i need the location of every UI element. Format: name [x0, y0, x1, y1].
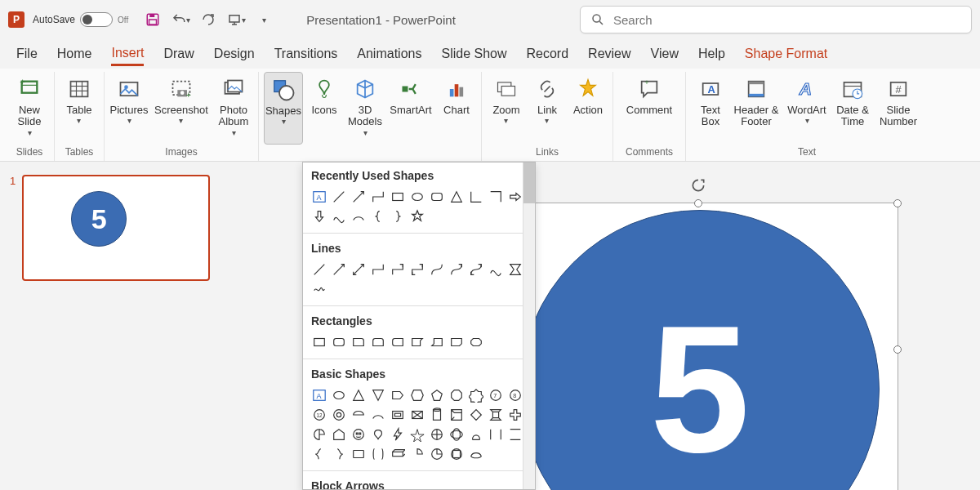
shape-connector[interactable]	[368, 187, 388, 207]
shape-r2[interactable]	[329, 332, 349, 352]
shape-flowline2[interactable]	[486, 187, 506, 207]
slide-thumbnail-1[interactable]: 5	[22, 175, 210, 281]
smartart-button[interactable]: SmartArt	[386, 72, 435, 145]
tab-file[interactable]: File	[16, 43, 38, 65]
shape-line-arrow[interactable]	[349, 187, 368, 207]
shape-basic-9[interactable]: 7	[486, 385, 506, 405]
shape-basic-12[interactable]	[329, 405, 349, 425]
tab-record[interactable]: Record	[527, 43, 569, 65]
shape-line-arrow2[interactable]	[329, 260, 349, 279]
customize-qat-button[interactable]: ▾	[254, 10, 274, 29]
shape-basic-17[interactable]	[427, 405, 447, 425]
shape-rect[interactable]	[388, 187, 408, 207]
undo-button[interactable]: ▾	[171, 10, 190, 29]
shape-basic-36[interactable]	[368, 444, 388, 464]
tab-transitions[interactable]: Transitions	[274, 43, 338, 65]
header-footer-button[interactable]: Header & Footer	[732, 72, 781, 145]
shape-curve-d[interactable]	[466, 260, 486, 279]
slide-number-button[interactable]: # Slide Number	[874, 72, 923, 145]
shape-star[interactable]	[408, 207, 427, 226]
icons-button[interactable]: Icons	[305, 72, 344, 145]
search-input[interactable]	[613, 13, 961, 27]
comment-button[interactable]: + Comment	[618, 72, 680, 145]
shape-basic-4[interactable]	[388, 385, 408, 405]
tab-animations[interactable]: Animations	[357, 43, 421, 65]
shape-basic-15[interactable]	[388, 405, 408, 425]
scrollbar-thumb[interactable]	[523, 163, 535, 203]
shape-basic-29[interactable]	[447, 425, 466, 444]
autosave-toggle[interactable]	[80, 12, 113, 27]
shape-basic-22[interactable]	[310, 425, 329, 444]
shape-r5[interactable]	[388, 332, 408, 352]
shape-basic-27[interactable]	[408, 425, 427, 444]
slide-thumbnails-pane[interactable]: 1 5	[0, 162, 229, 490]
shape-basic-6[interactable]	[427, 385, 447, 405]
shape-basic-11[interactable]: 12	[310, 405, 329, 425]
shape-basic-24[interactable]	[349, 425, 368, 444]
chart-button[interactable]: Chart	[437, 72, 476, 145]
shape-basic-7[interactable]	[447, 385, 466, 405]
shape-basic-28[interactable]	[427, 425, 447, 444]
shapes-dropdown[interactable]: Recently Used Shapes A Lines	[302, 162, 536, 490]
tab-insert[interactable]: Insert	[111, 42, 144, 66]
shape-flowline[interactable]	[466, 187, 486, 207]
shape-line-double[interactable]	[349, 260, 368, 279]
shape-basic-14[interactable]	[368, 405, 388, 425]
shape-basic-13[interactable]	[349, 405, 368, 425]
shape-oval[interactable]	[408, 187, 427, 207]
shape-triangle[interactable]	[447, 187, 466, 207]
shape-basic-0[interactable]: A	[310, 385, 329, 405]
shape-curve[interactable]	[329, 207, 349, 226]
shape-basic-25[interactable]	[368, 425, 388, 444]
resize-handle-e[interactable]	[893, 345, 902, 354]
tab-help[interactable]: Help	[698, 43, 725, 65]
shape-r4[interactable]	[368, 332, 388, 352]
date-time-button[interactable]: Date & Time	[833, 72, 872, 145]
tab-view[interactable]: View	[651, 43, 679, 65]
resize-handle-ne[interactable]	[893, 199, 902, 207]
shape-r1[interactable]	[310, 332, 329, 352]
shape-elbow-d[interactable]	[408, 260, 427, 279]
shape-basic-34[interactable]	[329, 444, 349, 464]
shape-curve2[interactable]	[427, 260, 447, 279]
shape-basic-8[interactable]	[466, 385, 486, 405]
shape-curve-arr[interactable]	[447, 260, 466, 279]
shape-basic-5[interactable]	[408, 385, 427, 405]
shapes-button[interactable]: Shapes▾	[264, 72, 303, 145]
shape-brace-r[interactable]	[388, 207, 408, 226]
shape-basic-40[interactable]	[447, 444, 466, 464]
resize-handle-n[interactable]	[694, 199, 702, 207]
tab-draw[interactable]: Draw	[163, 43, 194, 65]
shape-basic-37[interactable]	[388, 444, 408, 464]
tab-home[interactable]: Home	[57, 43, 92, 65]
link-button[interactable]: Link▾	[528, 72, 567, 145]
autosave-control[interactable]: AutoSave Off	[33, 12, 128, 27]
shape-basic-31[interactable]	[486, 425, 506, 444]
tab-slideshow[interactable]: Slide Show	[441, 43, 506, 65]
table-button[interactable]: Table▾	[60, 72, 99, 145]
shape-basic-33[interactable]	[310, 444, 329, 464]
new-slide-button[interactable]: + New Slide▾	[10, 72, 49, 145]
wordart-button[interactable]: A WordArt▾	[782, 72, 831, 145]
shape-basic-20[interactable]	[486, 405, 506, 425]
shape-textbox[interactable]: A	[310, 187, 329, 207]
shape-r7[interactable]	[427, 332, 447, 352]
shape-arc[interactable]	[349, 207, 368, 226]
shape-basic-26[interactable]	[388, 425, 408, 444]
shape-line2[interactable]	[310, 260, 329, 279]
search-box[interactable]	[580, 6, 972, 33]
shape-basic-2[interactable]	[349, 385, 368, 405]
photo-album-button[interactable]: Photo Album▾	[214, 72, 253, 145]
pictures-button[interactable]: Pictures▾	[109, 72, 149, 145]
tab-shape-format[interactable]: Shape Format	[745, 43, 827, 65]
shape-basic-41[interactable]	[466, 444, 486, 464]
shape-elbow-arr[interactable]	[388, 260, 408, 279]
redo-button[interactable]	[198, 10, 218, 29]
shape-roundrect[interactable]	[427, 187, 447, 207]
slide-shape-circle[interactable]: 5	[520, 210, 880, 490]
shape-r8[interactable]	[447, 332, 466, 352]
save-button[interactable]	[143, 10, 163, 29]
3d-models-button[interactable]: 3D Models▾	[345, 72, 385, 145]
selected-shape-frame[interactable]: 5	[498, 203, 898, 490]
tab-design[interactable]: Design	[214, 43, 255, 65]
